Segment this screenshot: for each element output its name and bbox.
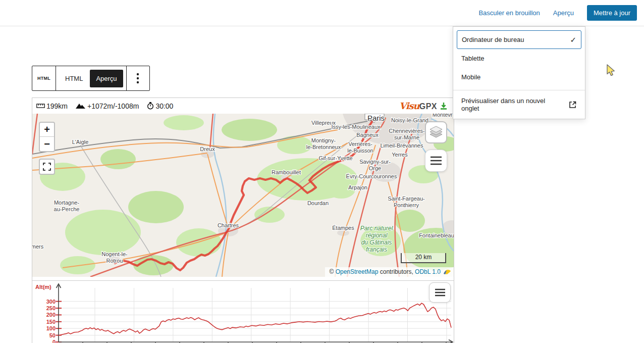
svg-text:300: 300 (46, 299, 56, 305)
attribution-copyright: © (329, 268, 335, 275)
check-icon: ✓ (570, 35, 576, 44)
svg-text:Limeil-Brévannes: Limeil-Brévannes (381, 142, 423, 149)
visugpx-embed: 199km +1072m/-1008m 30:00 VisuGPX (32, 97, 454, 343)
svg-text:Ponthierry: Ponthierry (394, 202, 419, 208)
ruler-icon (36, 103, 45, 109)
menu-item-label: Ordinateur de bureau (462, 36, 570, 43)
svg-text:Gif-sur-Yvette: Gif-sur-Yvette (318, 155, 352, 161)
hamburger-icon (435, 288, 446, 297)
tab-html[interactable]: HTML (59, 70, 89, 87)
menu-item-mobile[interactable]: Mobile (457, 68, 581, 86)
switch-to-draft-link[interactable]: Basculer en brouillon (478, 9, 540, 17)
elevation-chart-canvas: 050100150200250300 (32, 281, 454, 343)
svg-text:Chartres: Chartres (218, 222, 239, 228)
svg-text:Étampes: Étampes (332, 225, 354, 231)
svg-text:français: français (366, 246, 387, 253)
logo-gpx: GPX (419, 102, 437, 111)
svg-text:Dreux: Dreux (200, 146, 215, 152)
attribution-flag-icon (443, 269, 451, 275)
svg-text:Issy-les-Moulineaux: Issy-les-Moulineaux (331, 124, 381, 130)
map[interactable]: VillepreuxIssy-les-MoulineauxParisNoisy-… (32, 114, 454, 277)
gpx-stats-bar: 199km +1072m/-1008m 30:00 VisuGPX (32, 98, 454, 114)
distance-value: 199km (46, 102, 68, 110)
fullscreen-button[interactable] (39, 159, 55, 175)
svg-text:Yerres: Yerres (392, 152, 408, 158)
svg-text:L'Aigle: L'Aigle (72, 139, 89, 145)
svg-text:Fontainebleau: Fontainebleau (419, 232, 454, 238)
update-button[interactable]: Mettre à jour (587, 5, 637, 21)
download-icon[interactable] (440, 102, 448, 110)
menu-item-desktop[interactable]: Ordinateur de bureau ✓ (457, 30, 581, 49)
svg-text:Montévrain: Montévrain (433, 114, 454, 118)
chart-y-axis-label: Alt(m) (35, 284, 51, 290)
options-menu-button[interactable] (127, 66, 149, 90)
svg-text:Paris: Paris (367, 114, 385, 122)
vertical-ellipsis-icon (136, 73, 139, 84)
menu-item-label: Prévisualiser dans un nouvel onglet (461, 97, 564, 112)
svg-text:le-Buisson: le-Buisson (347, 148, 373, 154)
svg-text:Chennevières-: Chennevières- (389, 128, 425, 134)
svg-text:le-Bretonneux: le-Bretonneux (306, 144, 341, 150)
map-scale: 20 km (401, 253, 446, 263)
svg-text:150: 150 (46, 319, 56, 325)
svg-text:Montigny-: Montigny- (311, 137, 336, 143)
svg-text:Évry-Courcouronnes: Évry-Courcouronnes (346, 173, 397, 179)
hamburger-icon (430, 156, 442, 165)
logo-visu: Visu (399, 101, 419, 111)
visugpx-logo[interactable]: VisuGPX (399, 101, 450, 111)
html-block-icon[interactable]: HTML (32, 66, 56, 90)
preview-in-new-tab-item[interactable]: Prévisualiser dans un nouvel onglet (457, 94, 581, 115)
svg-text:200: 200 (46, 312, 56, 318)
svg-text:régional: régional (366, 232, 388, 239)
svg-text:Rambouillet: Rambouillet (272, 169, 301, 175)
svg-text:Mortagne-: Mortagne- (54, 200, 79, 206)
menu-item-label: Mobile (461, 73, 577, 81)
map-attribution: © OpenStreetMap contributors, ODbL 1.0 (325, 267, 454, 277)
svg-text:100: 100 (46, 325, 56, 331)
preview-link[interactable]: Aperçu (553, 9, 574, 17)
svg-text:250: 250 (46, 305, 56, 311)
svg-text:Noisy-le-Grand: Noisy-le-Grand (391, 117, 428, 123)
odbl-link[interactable]: ODbL 1.0 (415, 268, 441, 275)
svg-text:Nogent-le-: Nogent-le- (101, 251, 128, 257)
block-mode-tabs: HTML Aperçu (56, 66, 127, 90)
elevation-chart[interactable]: Alt(m) 050100150200250300 (32, 280, 454, 343)
mountain-icon (76, 103, 86, 109)
svg-text:Bagneux: Bagneux (356, 132, 379, 138)
svg-text:au-Perche: au-Perche (54, 206, 80, 212)
tab-preview[interactable]: Aperçu (90, 70, 123, 87)
zoom-out-button[interactable]: − (40, 137, 54, 151)
layers-icon (428, 125, 444, 139)
svg-text:Dourdan: Dourdan (307, 200, 329, 206)
preview-options-popover: Ordinateur de bureau ✓ Tablette Mobile P… (453, 26, 585, 119)
zoom-in-button[interactable]: + (40, 123, 54, 137)
fullscreen-icon (43, 163, 51, 171)
mouse-cursor (606, 64, 617, 77)
menu-item-label: Tablette (461, 55, 577, 62)
distance-stat: 199km (36, 102, 68, 110)
stopwatch-icon (147, 102, 154, 110)
external-link-icon (568, 101, 577, 109)
html-block-icon-label: HTML (37, 76, 50, 81)
svg-text:50: 50 (49, 332, 56, 338)
layers-button[interactable] (425, 121, 447, 143)
svg-text:mers: mers (32, 243, 44, 250)
editor-topbar: Basculer en brouillon Aperçu Mettre à jo… (0, 0, 644, 26)
map-menu-button[interactable] (425, 150, 447, 172)
zoom-control: + − (39, 122, 55, 152)
elevation-stat: +1072m/-1008m (76, 102, 139, 110)
map-canvas[interactable]: VillepreuxIssy-les-MoulineauxParisNoisy-… (32, 114, 454, 277)
svg-text:du Gâtinais: du Gâtinais (361, 239, 392, 246)
svg-text:Savigny-sur-: Savigny-sur- (359, 159, 391, 165)
elevation-value: +1072m/-1008m (87, 102, 139, 110)
menu-item-tablet[interactable]: Tablette (457, 49, 581, 68)
svg-text:Saint-Fargeau-: Saint-Fargeau- (388, 195, 425, 202)
svg-text:sur-Marne: sur-Marne (394, 134, 419, 140)
chart-menu-button[interactable] (429, 282, 451, 303)
svg-text:Verrières-: Verrières- (348, 141, 372, 147)
svg-text:Rotrou: Rotrou (106, 258, 123, 264)
time-value: 30:00 (155, 102, 173, 110)
svg-text:Parc naturel: Parc naturel (360, 225, 393, 232)
block-toolbar: HTML HTML Aperçu (32, 66, 150, 91)
osm-link[interactable]: OpenStreetMap (336, 268, 379, 275)
